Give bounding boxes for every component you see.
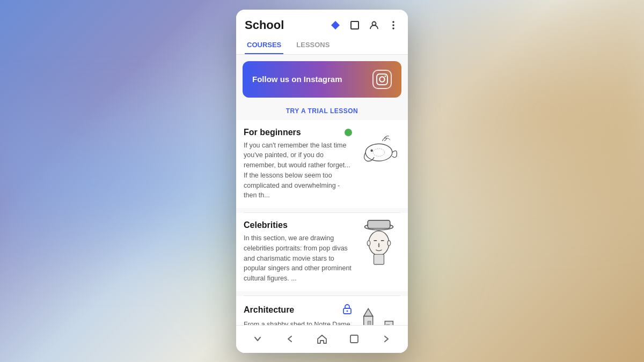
course-card-architecture[interactable]: Architecture From a shabby shed to Notre… [236,296,408,325]
course-card-celebrities[interactable]: Celebrities In this section, we are draw… [236,213,408,291]
course-image-beginners [357,128,400,171]
course-title-beginners: For beginners [244,128,301,137]
svg-point-16 [387,241,391,246]
nav-forward-icon[interactable] [376,328,397,350]
course-title-architecture: Architecture [244,305,294,315]
tab-lessons[interactable]: LESSONS [294,36,332,54]
diamond-icon[interactable] [330,19,341,31]
svg-point-11 [369,231,389,255]
svg-point-8 [373,149,384,156]
svg-rect-29 [350,335,358,343]
nav-recents-icon[interactable] [343,328,365,350]
nav-home-icon[interactable] [311,328,333,350]
svg-point-18 [347,310,348,312]
svg-point-15 [367,241,370,246]
user-icon[interactable] [368,19,380,31]
svg-rect-10 [368,220,390,228]
nav-down-icon[interactable] [247,328,268,350]
course-description-celebrities: In this section, we are drawing celebrit… [244,233,352,284]
svg-rect-23 [368,321,371,325]
bottom-nav [236,325,408,353]
svg-point-6 [365,144,392,161]
course-card-beginners[interactable]: For beginners If you can't remember the … [236,120,408,209]
svg-point-4 [392,24,394,26]
course-text-celebrities: Celebrities In this section, we are draw… [244,220,352,284]
course-image-celebrities [357,220,400,263]
scroll-content: Follow us on Instagram TRY A TRIAL LESSO… [236,55,408,325]
svg-point-3 [392,21,394,23]
course-title-celebrities: Celebrities [244,220,288,230]
lock-icon-architecture [342,304,352,316]
more-icon[interactable] [387,19,399,31]
header-icons [330,19,399,31]
course-description-beginners: If you can't remember the last time you'… [244,141,352,201]
svg-rect-21 [385,321,393,325]
header: School [236,10,408,32]
instagram-banner[interactable]: Follow us on Instagram [243,61,401,98]
svg-rect-1 [351,21,358,29]
tabs-bar: COURSES LESSONS [236,32,408,55]
course-description-architecture: From a shabby shed to Notre Dame Cathedr… [244,320,352,325]
tab-courses[interactable]: COURSES [245,36,283,54]
svg-rect-14 [374,254,384,264]
nav-back-icon[interactable] [279,328,301,350]
svg-marker-0 [331,21,340,29]
svg-point-5 [392,27,394,29]
course-text-architecture: Architecture From a shabby shed to Notre… [244,304,352,325]
app-title: School [245,18,330,32]
phone-container: School COURSES LESSONS Fo [236,10,408,353]
square-icon[interactable] [349,19,361,31]
svg-marker-22 [364,308,373,316]
instagram-icon [372,70,392,89]
course-status-beginners [345,129,352,136]
trial-lesson-link[interactable]: TRY A TRIAL LESSON [236,104,408,120]
instagram-text: Follow us on Instagram [252,75,342,84]
svg-point-7 [370,149,372,151]
course-image-architecture [357,304,400,325]
course-text-beginners: For beginners If you can't remember the … [244,128,352,201]
